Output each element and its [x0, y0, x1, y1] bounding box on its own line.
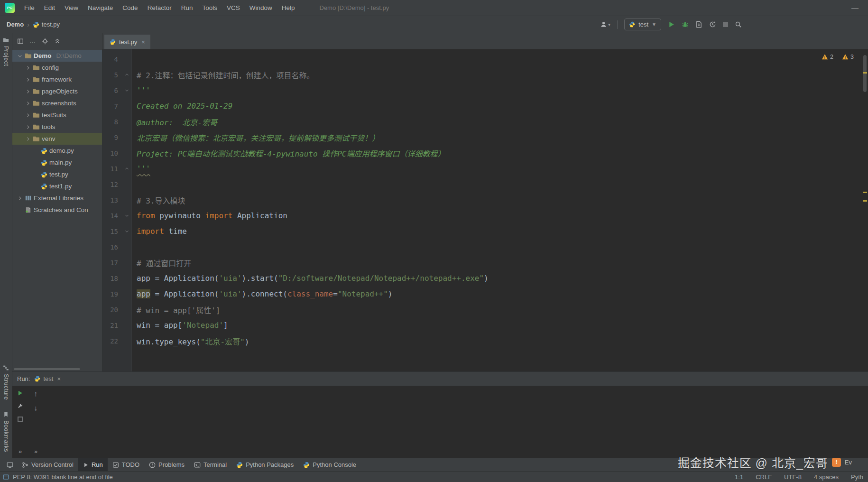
code-line-22[interactable]: 22win.type_keys("北京-宏哥"): [102, 333, 868, 349]
project-horizontal-scrollbar[interactable]: [14, 368, 80, 370]
rerun-button[interactable]: [17, 390, 23, 396]
tree-item-testsuits[interactable]: testSuits: [12, 109, 102, 121]
toolwindow-button-problems[interactable]: Problems: [144, 458, 189, 471]
tree-item-config[interactable]: config: [12, 62, 102, 74]
toolwindow-button-terminal[interactable]: Terminal: [189, 458, 231, 471]
search-everywhere-icon[interactable]: [735, 21, 742, 28]
encoding-widget[interactable]: UTF-8: [784, 473, 802, 481]
warnings-badge[interactable]: 2: [822, 54, 833, 60]
fold-marker[interactable]: [121, 72, 132, 77]
profiler-button[interactable]: [709, 21, 716, 28]
tree-item-scratches-and-con[interactable]: Scratches and Con: [12, 204, 102, 216]
code-line-18[interactable]: 18app = Application('uia').start("D:/sof…: [102, 270, 868, 286]
user-profile-icon[interactable]: ▾: [600, 21, 610, 28]
debug-button[interactable]: [682, 21, 689, 28]
menu-item-help[interactable]: Help: [277, 2, 300, 13]
tree-item-venv[interactable]: venv: [12, 133, 102, 145]
stop-button[interactable]: [723, 22, 728, 27]
error-stripe-mark[interactable]: [863, 72, 867, 74]
code-line-14[interactable]: 14from pywinauto import Application: [102, 208, 868, 223]
code-line-9[interactable]: 9北京宏哥（微信搜索：北京宏哥，关注宏哥，提前解锁更多测试干货！）: [102, 130, 868, 145]
up-arrow-icon[interactable]: ↑: [34, 390, 38, 397]
menu-item-file[interactable]: File: [19, 2, 39, 13]
tree-item-screenshots[interactable]: screenshots: [12, 97, 102, 109]
tree-item-pageobjects[interactable]: pageObjects: [12, 85, 102, 97]
tree-item-demo[interactable]: DemoD:\Demo: [12, 50, 102, 62]
project-options-icon[interactable]: …: [29, 37, 36, 45]
tree-item-main-py[interactable]: main.py: [12, 157, 102, 168]
project-view-icon[interactable]: [17, 38, 24, 45]
run-configuration-select[interactable]: test ▼: [624, 19, 661, 30]
code-line-5[interactable]: 5# 2.注释：包括记录创建时间，创建人，项目名称。: [102, 67, 868, 83]
inspection-widget[interactable]: 2 3: [822, 54, 854, 60]
menu-item-navigate[interactable]: Navigate: [83, 2, 118, 13]
line-separator-widget[interactable]: CRLF: [756, 473, 772, 481]
menu-item-code[interactable]: Code: [118, 2, 142, 13]
tree-item-framework[interactable]: framework: [12, 74, 102, 85]
fold-marker[interactable]: [121, 88, 132, 93]
caret-position-widget[interactable]: 1:1: [735, 473, 743, 481]
menu-item-tools[interactable]: Tools: [197, 2, 222, 13]
indent-widget[interactable]: 4 spaces: [814, 473, 839, 481]
code-line-16[interactable]: 16: [102, 239, 868, 255]
minimize-button[interactable]: —: [847, 4, 863, 12]
tree-item-tools[interactable]: tools: [12, 121, 102, 133]
code-line-7[interactable]: 7Created on 2025-01-29: [102, 98, 868, 114]
editor-tab-test-py[interactable]: test.py ×: [104, 35, 150, 49]
run-with-coverage-button[interactable]: [695, 21, 702, 28]
run-console-output[interactable]: [44, 386, 868, 458]
run-button[interactable]: [668, 21, 675, 28]
editor[interactable]: 45# 2.注释：包括记录创建时间，创建人，项目名称。6'''7Created …: [102, 49, 868, 371]
error-stripe-mark[interactable]: [863, 192, 867, 193]
structure-stripe-button[interactable]: Structure: [3, 365, 9, 400]
collapse-all-icon[interactable]: [54, 38, 61, 45]
menu-item-vcs[interactable]: VCS: [222, 2, 245, 13]
toolwindow-switcher-icon[interactable]: [3, 458, 17, 471]
breadcrumb-file[interactable]: test.py: [42, 21, 60, 28]
menu-item-run[interactable]: Run: [176, 2, 198, 13]
inspection-window-icon[interactable]: [3, 474, 9, 480]
menu-item-view[interactable]: View: [60, 2, 83, 13]
down-arrow-icon[interactable]: ↓: [34, 404, 38, 411]
weak-warnings-badge[interactable]: 3: [842, 54, 854, 60]
code-line-12[interactable]: 12: [102, 176, 868, 192]
code-line-10[interactable]: 10Project: PC端自动化测试实战教程-4-pywinauto 操作PC…: [102, 145, 868, 161]
code-line-4[interactable]: 4: [102, 51, 868, 67]
more-actions-chevrons[interactable]: »: [18, 448, 22, 455]
project-stripe-button[interactable]: Project: [3, 37, 9, 66]
code-line-15[interactable]: 15import time: [102, 223, 868, 239]
menu-item-window[interactable]: Window: [245, 2, 277, 13]
code-line-21[interactable]: 21win = app['Notepad']: [102, 317, 868, 333]
code-line-6[interactable]: 6''': [102, 83, 868, 98]
fold-marker[interactable]: [121, 166, 132, 171]
more-actions-chevrons[interactable]: »: [34, 448, 37, 455]
fold-marker[interactable]: [121, 229, 132, 234]
tab-close-icon[interactable]: ×: [57, 375, 61, 382]
code-line-19[interactable]: 19app = Application('uia').connect(class…: [102, 286, 868, 302]
tree-item-test-py[interactable]: test.py: [12, 168, 102, 180]
menu-item-edit[interactable]: Edit: [39, 2, 60, 13]
code-line-13[interactable]: 13# 3.导入模块: [102, 192, 868, 208]
interpreter-widget[interactable]: Pyth: [851, 473, 863, 481]
editor-vertical-scrollbar[interactable]: [863, 55, 867, 92]
status-message[interactable]: PEP 8: W391 blank line at end of file: [13, 473, 113, 481]
bookmarks-stripe-button[interactable]: Bookmarks: [3, 411, 9, 452]
locate-file-icon[interactable]: [42, 38, 48, 45]
toolwindow-button-run[interactable]: Run: [78, 458, 108, 471]
menu-item-refactor[interactable]: Refactor: [143, 2, 176, 13]
code-line-17[interactable]: 17# 通过窗口打开: [102, 255, 868, 270]
stop-button[interactable]: [18, 417, 23, 422]
fold-marker[interactable]: [121, 213, 132, 218]
code-line-8[interactable]: 8@author: 北京-宏哥: [102, 114, 868, 130]
tree-item-external-libraries[interactable]: External Libraries: [12, 192, 102, 204]
run-tab-test[interactable]: test ×: [34, 375, 61, 382]
settings-wrench-icon[interactable]: [17, 403, 23, 409]
toolwindow-button-python-console[interactable]: Python Console: [298, 458, 361, 471]
breadcrumb-root[interactable]: Demo: [7, 21, 24, 28]
code-line-20[interactable]: 20# win = app['属性']: [102, 302, 868, 317]
toolwindow-button-version-control[interactable]: Version Control: [17, 458, 78, 471]
error-stripe-mark[interactable]: [863, 200, 867, 202]
tree-item-test1-py[interactable]: test1.py: [12, 180, 102, 192]
code-line-11[interactable]: 11''': [102, 161, 868, 176]
tree-item-demo-py[interactable]: demo.py: [12, 145, 102, 157]
